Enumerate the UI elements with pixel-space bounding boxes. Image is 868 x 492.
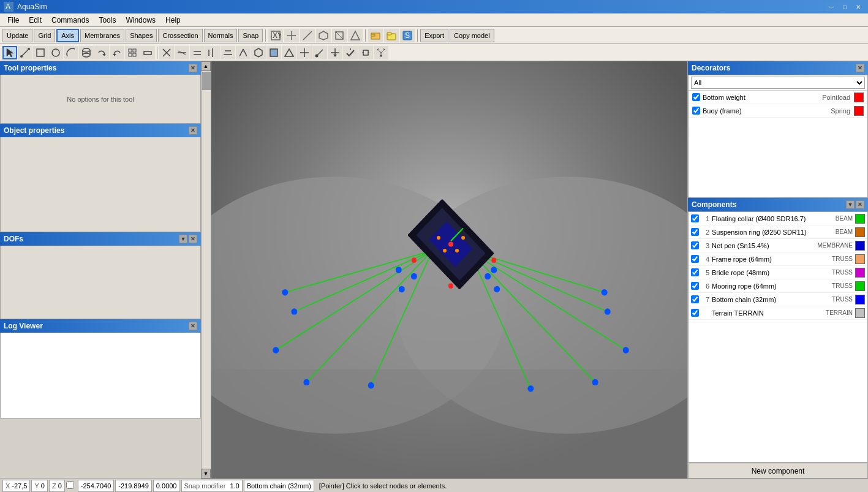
svg-point-99 — [448, 284, 453, 289]
toolbar-export[interactable]: Export — [420, 29, 448, 42]
tool-xline[interactable] — [175, 46, 189, 59]
menu-tools[interactable]: Tools — [94, 15, 121, 26]
toolbar-update[interactable]: Update — [2, 29, 32, 42]
minimize-button[interactable]: ─ — [825, 2, 837, 12]
tool-cross[interactable] — [159, 46, 174, 59]
toolbar-folder[interactable] — [384, 29, 399, 42]
component-check-1[interactable] — [691, 214, 699, 222]
components-dropdown[interactable]: ▼ — [846, 200, 855, 209]
svg-point-98 — [491, 258, 496, 263]
toolbar-open[interactable] — [368, 29, 383, 42]
tool-plus[interactable] — [297, 46, 312, 59]
component-check-terrain[interactable] — [691, 309, 699, 317]
tool-angle[interactable] — [236, 46, 251, 59]
toolbar-membranes[interactable]: Membranes — [80, 29, 124, 42]
component-check-6[interactable] — [691, 282, 699, 290]
components-close[interactable]: ✕ — [856, 200, 864, 209]
tool-hline[interactable] — [221, 46, 235, 59]
toolbar-view-yz[interactable] — [284, 29, 299, 42]
tool-properties-close[interactable]: ✕ — [189, 64, 197, 72]
tool-arc[interactable] — [64, 46, 78, 59]
toolbar-view-3d[interactable] — [316, 29, 331, 42]
svg-point-81 — [282, 289, 288, 295]
tool-pipe[interactable] — [140, 46, 155, 59]
object-properties-close[interactable]: ✕ — [189, 126, 197, 135]
component-check-4[interactable] — [691, 255, 699, 263]
tool-box[interactable] — [33, 46, 48, 59]
tool-vline[interactable] — [205, 46, 220, 59]
component-check-3[interactable] — [691, 241, 699, 249]
component-check-2[interactable] — [691, 228, 699, 236]
toolbar-view-xy[interactable]: XY — [268, 29, 283, 42]
tool-triangle[interactable] — [282, 46, 296, 59]
tool-hex[interactable] — [251, 46, 266, 59]
toolbar-zoom-fit[interactable] — [332, 29, 347, 42]
menu-edit[interactable]: Edit — [24, 15, 47, 26]
toolbar-zoom-in[interactable] — [348, 29, 363, 42]
toolbar-axis[interactable]: Axis — [56, 29, 79, 42]
component-check-7[interactable] — [691, 295, 699, 303]
decorator-color-buoy — [854, 106, 864, 116]
decorators-close[interactable]: ✕ — [856, 64, 864, 72]
scroll-down-arrow[interactable]: ▼ — [201, 469, 211, 479]
tool-sep1 — [157, 47, 157, 59]
decorator-filter-select[interactable]: All Selected Visible — [691, 77, 865, 89]
component-check-5[interactable] — [691, 268, 699, 276]
toolbar-view-xz[interactable] — [300, 29, 315, 42]
svg-point-19 — [20, 55, 23, 58]
dofs-close[interactable]: ✕ — [189, 235, 197, 243]
status-snap-checkbox[interactable] — [66, 481, 74, 489]
toolbar-save[interactable]: S — [400, 29, 415, 42]
menu-windows[interactable]: Windows — [121, 15, 160, 26]
dofs-dropdown[interactable]: ▼ — [179, 235, 187, 243]
tool-undo[interactable] — [110, 46, 124, 59]
toolbar-copy-model[interactable]: Copy model — [450, 29, 494, 42]
menu-help[interactable]: Help — [160, 15, 186, 26]
toolbar-normals[interactable]: Normals — [204, 29, 238, 42]
scroll-up-arrow[interactable]: ▲ — [201, 61, 211, 71]
window-controls: ─ □ ✕ — [825, 2, 864, 12]
tool-line[interactable] — [18, 46, 32, 59]
component-row-2: 2 Suspension ring (Ø250 SDR11) BEAM — [689, 225, 867, 239]
decorator-color-bottom-weight — [854, 93, 864, 102]
svg-point-105 — [437, 236, 440, 240]
viewport[interactable] — [211, 61, 687, 479]
right-panel: Decorators ✕ All Selected Visible Bottom… — [687, 61, 868, 479]
toolbar-crossection[interactable]: Crossection — [158, 29, 202, 42]
maximize-button[interactable]: □ — [839, 2, 851, 12]
close-button[interactable]: ✕ — [852, 2, 864, 12]
log-viewer-close[interactable]: ✕ — [189, 322, 197, 330]
toolbar-grid[interactable]: Grid — [34, 29, 55, 42]
svg-marker-66 — [380, 55, 382, 57]
tool-circle[interactable] — [48, 46, 63, 59]
tool-rect-small[interactable] — [358, 46, 373, 59]
new-component-button[interactable]: New component — [688, 463, 868, 479]
scroll-thumb[interactable] — [202, 72, 211, 90]
tool-slash[interactable] — [312, 46, 327, 59]
svg-point-108 — [455, 249, 459, 252]
menu-file[interactable]: File — [2, 15, 24, 26]
tool-double-line[interactable] — [190, 46, 205, 59]
svg-marker-7 — [319, 31, 328, 40]
tool-arrow-multi[interactable] — [374, 46, 388, 59]
components-content: 1 Floating collar (Ø400 SDR16.7) BEAM 2 … — [688, 211, 868, 463]
svg-point-90 — [527, 385, 534, 392]
tool-rect-fill[interactable] — [266, 46, 281, 59]
tool-plus-arrow[interactable] — [328, 46, 342, 59]
tool-pointer[interactable] — [2, 46, 17, 59]
menu-commands[interactable]: Commands — [47, 15, 94, 26]
tool-properties-section: Tool properties ✕ No options for this to… — [0, 61, 201, 124]
decorator-row-buoy: Buoy (frame) Spring — [689, 104, 867, 118]
tool-grid2[interactable] — [125, 46, 140, 59]
decorator-check-buoy[interactable] — [692, 107, 700, 115]
dofs-header: DOFs ▼ ✕ — [0, 232, 201, 246]
tool-rotate[interactable] — [94, 46, 109, 59]
decorator-check-bottom-weight[interactable] — [692, 93, 700, 101]
toolbar-shapes[interactable]: Shapes — [126, 29, 157, 42]
tool-check-arrow[interactable] — [343, 46, 358, 59]
svg-line-45 — [240, 49, 243, 56]
tool-properties-title: Tool properties — [4, 64, 187, 72]
toolbar-snap[interactable]: Snap — [238, 29, 263, 42]
decorator-type-bottom-weight: Pointload — [822, 94, 850, 101]
tool-cylinder[interactable] — [79, 46, 94, 59]
